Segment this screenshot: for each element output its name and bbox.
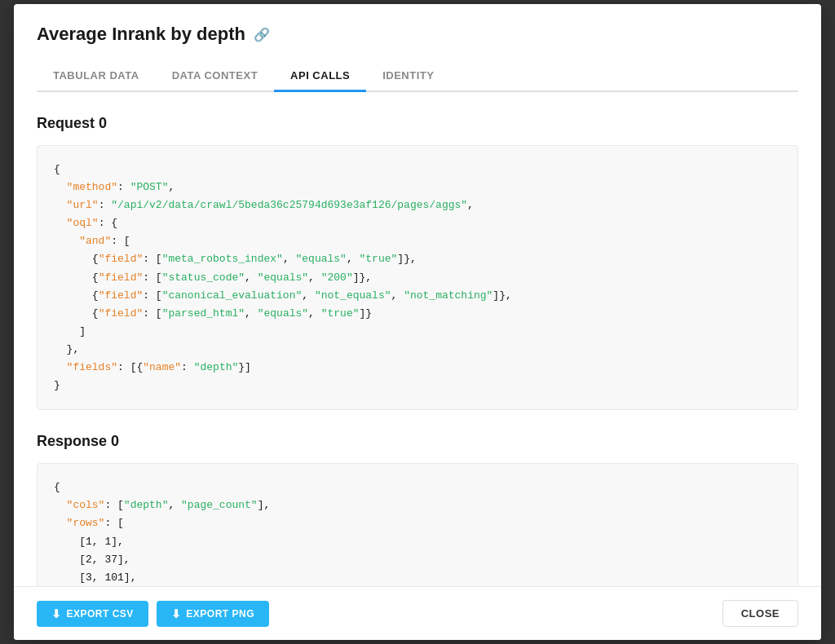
download-png-icon: ⬇ <box>171 607 182 620</box>
tab-tabular-data[interactable]: TABULAR DATA <box>37 61 156 92</box>
request-section-title: Request 0 <box>37 115 798 132</box>
modal-body: Request 0 { "method": "POST", "url": "/a… <box>14 92 821 586</box>
response-code-block: { "cols": ["depth", "page_count"], "rows… <box>37 463 798 586</box>
modal-dialog: Average Inrank by depth 🔗 TABULAR DATA D… <box>14 4 821 640</box>
tab-bar: TABULAR DATA DATA CONTEXT API CALLS IDEN… <box>37 61 798 92</box>
modal-title: Average Inrank by depth <box>37 24 245 45</box>
export-csv-button[interactable]: ⬇ EXPORT CSV <box>37 601 148 627</box>
modal-header: Average Inrank by depth 🔗 TABULAR DATA D… <box>14 4 821 92</box>
download-csv-icon: ⬇ <box>51 607 62 620</box>
export-png-button[interactable]: ⬇ EXPORT PNG <box>157 601 269 627</box>
tab-identity[interactable]: IDENTITY <box>366 61 450 92</box>
tab-api-calls[interactable]: API CALLS <box>274 61 366 92</box>
modal-footer: ⬇ EXPORT CSV ⬇ EXPORT PNG CLOSE <box>14 586 821 640</box>
modal-overlay: Average Inrank by depth 🔗 TABULAR DATA D… <box>0 0 835 644</box>
tab-data-context[interactable]: DATA CONTEXT <box>156 61 274 92</box>
link-icon[interactable]: 🔗 <box>254 27 270 42</box>
footer-export-buttons: ⬇ EXPORT CSV ⬇ EXPORT PNG <box>37 601 269 627</box>
close-button[interactable]: CLOSE <box>722 600 798 627</box>
request-code-block: { "method": "POST", "url": "/api/v2/data… <box>37 145 798 410</box>
response-section-title: Response 0 <box>37 433 798 450</box>
title-row: Average Inrank by depth 🔗 <box>37 24 798 45</box>
